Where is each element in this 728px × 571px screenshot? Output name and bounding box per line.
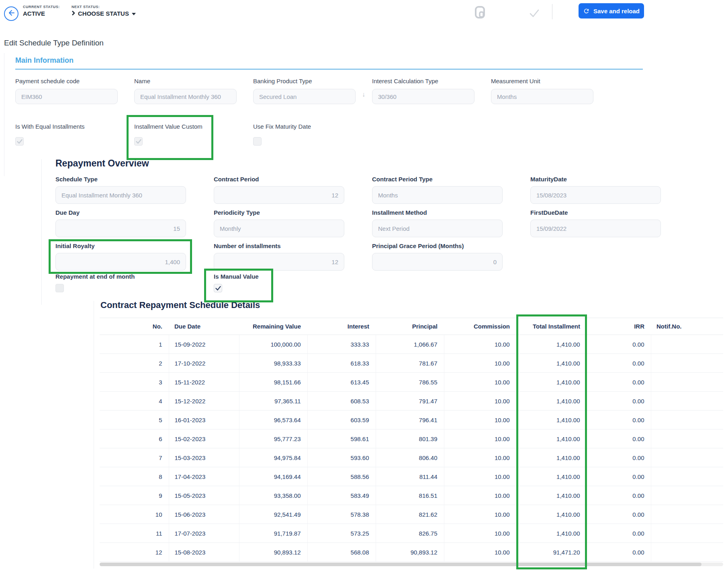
check-icon [136,139,141,144]
copy-icon [474,5,487,21]
table-cell: 94,169.44 [239,467,307,486]
table-cell: 94,975.84 [239,448,307,467]
table-cell: 98,151.66 [239,373,307,392]
table-cell: 100,000.00 [239,335,307,354]
field-value: 1,400 [165,259,180,265]
banking-product-type-select[interactable]: Secured Loan [253,89,356,104]
field-label: Measurement Unit [491,78,593,84]
main-information-title: Main Information [15,56,74,65]
checkbox-label: Is With Equal Installments [15,123,134,130]
table-cell: 91,471.20 [516,543,587,562]
table-cell: 5 [100,411,169,429]
scrollbar-thumb[interactable] [100,563,701,566]
schedule-table: No. Due Date Remaining Value Interest Pr… [100,318,723,562]
repayment-at-end-of-month-checkbox[interactable] [55,284,64,292]
table-cell: 10.00 [444,373,516,392]
col-irr: IRR [587,318,651,335]
table-cell: 1,410.00 [516,524,587,543]
check-icon [529,8,540,20]
field-value: 15/09/2022 [536,225,566,232]
schedule-type-input[interactable]: Equal Installment Monthly 360 [55,186,186,204]
save-and-reload-button[interactable]: Save and reload [579,3,644,18]
table-cell: 92,541.49 [239,505,307,524]
field-value: 0 [493,259,497,265]
table-cell: 811.44 [376,467,444,486]
field-value: Months [497,93,517,100]
table-row: 115-09-2022100,000.00333.331,066.6710.00… [100,335,723,354]
table-cell: 17-04-2023 [169,467,239,486]
toolbar-divider [552,4,552,19]
table-cell: 816.51 [376,486,444,505]
table-cell: 1,410.00 [516,373,587,392]
confirm-button[interactable] [529,9,540,19]
table-cell: 15-08-2023 [169,543,239,562]
table-cell [651,392,723,411]
table-cell: 796.41 [376,411,444,429]
table-row: 415-12-202297,365.11608.53791.4710.001,4… [100,392,723,411]
installment-value-custom-checkbox[interactable] [134,137,143,146]
table-cell: 1,066.67 [376,335,444,354]
table-cell [651,543,723,562]
table-header-row: No. Due Date Remaining Value Interest Pr… [100,318,723,335]
table-cell: 4 [100,392,169,411]
first-due-date-input[interactable]: 15/09/2022 [530,220,661,237]
col-principal: Principal [376,318,444,335]
table-cell: 578.38 [307,505,376,524]
use-fix-maturity-date-checkbox[interactable] [253,137,262,146]
table-cell: 801.39 [376,429,444,448]
table-cell: 0.00 [587,354,651,373]
col-interest: Interest [307,318,376,335]
contract-period-input[interactable]: 12 [214,186,344,204]
table-cell: 573.25 [307,524,376,543]
table-cell: 93,358.00 [239,486,307,505]
table-cell: 593.60 [307,448,376,467]
col-no: No. [100,318,169,335]
check-icon [17,139,22,144]
contract-period-type-input[interactable]: Months [372,186,503,204]
number-of-installments-input[interactable]: 12 [214,253,344,271]
field-value: Monthly [220,225,241,232]
table-row: 1117-07-202391,719.87573.25826.7510.001,… [100,524,723,543]
table-card-edge [94,301,94,569]
table-cell: 9 [100,486,169,505]
table-cell: 791.47 [376,392,444,411]
checkbox-label: Repayment at end of month [55,273,135,280]
chevron-right-icon [72,10,75,17]
table-cell: 1,410.00 [516,505,587,524]
field-label: Banking Product Type [253,78,356,84]
table-row: 915-05-202393,358.00583.49816.5110.001,4… [100,486,723,505]
table-cell: 0.00 [587,448,651,467]
col-due-date: Due Date [169,318,239,335]
back-button[interactable] [4,6,18,21]
table-cell [651,448,723,467]
copy-button[interactable] [473,6,487,21]
checkbox-label: Use Fix Maturity Date [253,123,372,130]
table-cell: 806.40 [376,448,444,467]
field-value: 15/08/2023 [536,192,566,199]
installment-method-input[interactable]: Next Period [372,220,503,237]
measurement-unit-input[interactable]: Months [491,89,593,104]
field-value: 12 [331,192,338,199]
field-label: Contract Period Type [372,176,503,183]
is-manual-value-checkbox[interactable] [214,284,222,292]
table-cell: 0.00 [587,467,651,486]
table-cell: 603.59 [307,411,376,429]
field-value: Secured Loan [259,93,297,100]
next-status-dropdown[interactable]: CHOOSE STATUS [72,10,136,17]
horizontal-scrollbar[interactable] [100,563,723,566]
principal-grace-period-input[interactable]: 0 [372,253,503,271]
maturity-date-input[interactable]: 15/08/2023 [530,186,661,204]
table-cell: 3 [100,373,169,392]
due-day-input[interactable]: 15 [55,220,186,237]
name-input[interactable]: Equal Installment Monthly 360 [134,89,237,104]
table-cell: 90,893.12 [239,543,307,562]
arrow-down-icon[interactable]: ↓ [362,91,365,98]
periodicity-type-input[interactable]: Monthly [214,220,344,237]
payment-schedule-code-input[interactable]: EIM360 [15,89,118,104]
initial-royalty-input[interactable]: 1,400 [55,253,186,271]
is-with-equal-installments-checkbox[interactable] [15,137,24,146]
table-cell: 1,410.00 [516,354,587,373]
table-cell: 0.00 [587,505,651,524]
table-cell: 588.56 [307,467,376,486]
interest-calculation-type-input[interactable]: 30/360 [372,89,474,104]
